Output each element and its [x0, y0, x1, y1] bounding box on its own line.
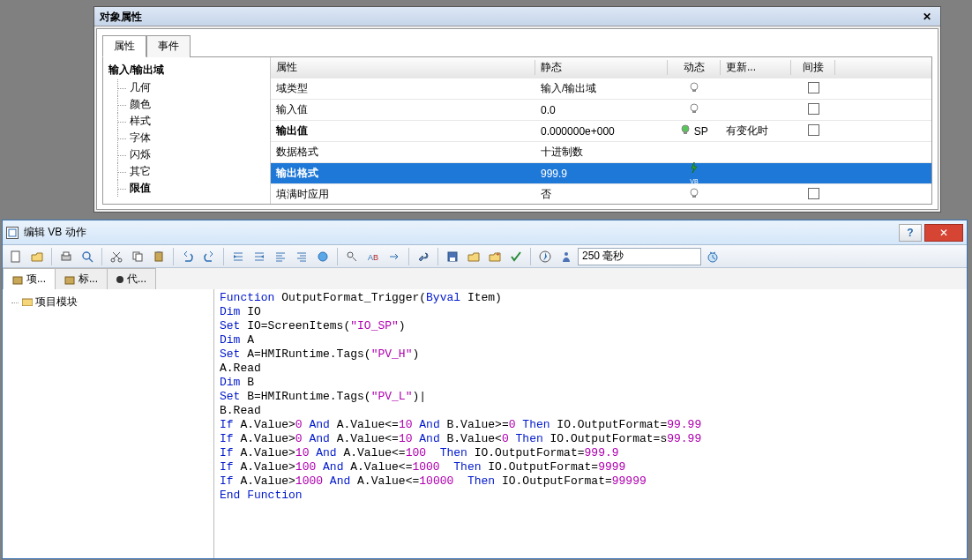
tree-item[interactable]: 其它	[105, 163, 268, 180]
outdent-icon[interactable]	[250, 247, 269, 266]
clock-icon[interactable]	[703, 247, 722, 266]
checkbox[interactable]	[808, 82, 819, 93]
svg-rect-1	[692, 90, 696, 92]
attr-dynamic[interactable]	[668, 188, 721, 201]
attr-name: 填满时应用	[271, 187, 535, 202]
bulb-icon[interactable]	[689, 188, 699, 198]
find-icon[interactable]	[342, 247, 362, 266]
attr-static[interactable]: 0.0	[535, 104, 668, 116]
attr-static[interactable]: 999.9	[535, 168, 668, 180]
copy-icon[interactable]	[128, 247, 147, 266]
preview-icon[interactable]	[78, 247, 97, 266]
compass-icon[interactable]	[535, 247, 555, 266]
attr-indirect[interactable]	[791, 188, 835, 202]
attr-static[interactable]: 否	[535, 187, 668, 202]
align-left-icon[interactable]	[271, 247, 290, 266]
tree-root[interactable]: 输入/输出域	[105, 61, 268, 79]
attr-indirect[interactable]	[791, 124, 835, 138]
close-icon[interactable]: ✕	[919, 7, 935, 26]
code-editor[interactable]: Function OutputFormat_Trigger(Byval Item…	[214, 289, 967, 558]
table-row[interactable]: 输出格式999.9VB	[271, 163, 931, 184]
help-button[interactable]: ?	[899, 224, 922, 242]
attr-static[interactable]: 0.000000e+000	[535, 125, 668, 138]
svg-rect-17	[136, 254, 142, 261]
tree-item[interactable]: 闪烁	[105, 146, 268, 163]
tab-code[interactable]: 代...	[107, 268, 156, 289]
table-row[interactable]: 填满时应用否	[271, 184, 931, 204]
vb-tabs: 项... 标... 代...	[3, 268, 967, 289]
attr-name: 域类型	[271, 81, 535, 96]
tree-project-modules[interactable]: 项目模块	[6, 293, 210, 311]
replace-icon[interactable]: AB	[363, 247, 383, 266]
col-dynamic[interactable]: 动态	[668, 60, 721, 75]
attr-dynamic[interactable]	[668, 82, 721, 95]
vb-editor-window: 编辑 VB 动作 ? ✕ AB +	[2, 220, 968, 559]
attr-name: 数据格式	[271, 145, 535, 160]
attr-dynamic[interactable]: SP	[668, 124, 721, 138]
tree-item[interactable]: 限值	[105, 180, 268, 197]
attr-name: 输出格式	[271, 166, 535, 181]
col-attr[interactable]: 属性	[271, 60, 535, 75]
undo-icon[interactable]	[178, 247, 198, 266]
goto-icon[interactable]	[385, 247, 404, 266]
checkbox[interactable]	[808, 103, 819, 115]
vb-titlebar[interactable]: 编辑 VB 动作 ? ✕	[3, 220, 967, 245]
folder-icon[interactable]	[464, 247, 483, 266]
bulb-icon[interactable]	[680, 124, 691, 135]
tab-bookmarks[interactable]: 标...	[55, 268, 108, 289]
attr-dynamic[interactable]	[668, 103, 721, 116]
tab-attributes[interactable]: 属性	[102, 35, 146, 57]
tree-item[interactable]: 样式	[105, 113, 268, 130]
checkbox[interactable]	[808, 124, 819, 136]
svg-rect-32	[65, 277, 74, 284]
table-row[interactable]: 输出值0.000000e+000 SP有变化时	[271, 121, 931, 142]
svg-point-2	[691, 104, 698, 111]
vb-bolt-icon[interactable]: VB	[689, 162, 699, 173]
close-button[interactable]: ✕	[924, 224, 963, 242]
attr-indirect[interactable]	[791, 103, 835, 117]
checkbox[interactable]	[808, 188, 819, 199]
check-icon[interactable]	[506, 247, 526, 266]
folder-plus-icon[interactable]: +	[485, 247, 505, 266]
svg-rect-3	[692, 111, 696, 113]
print-icon[interactable]	[56, 247, 76, 266]
tab-code-label: 代...	[127, 272, 146, 287]
cut-icon[interactable]	[107, 247, 126, 266]
person-icon[interactable]	[557, 247, 576, 266]
open-icon[interactable]	[27, 247, 47, 266]
indent-icon[interactable]	[228, 247, 248, 266]
save-icon[interactable]	[443, 247, 462, 266]
bulb-icon[interactable]	[689, 82, 699, 93]
attr-name: 输出值	[271, 123, 535, 138]
align-right-icon[interactable]	[292, 247, 311, 266]
col-static[interactable]: 静态	[535, 60, 668, 75]
tree-item[interactable]: 颜色	[105, 96, 268, 113]
col-update[interactable]: 更新...	[721, 60, 791, 75]
tree-project-label: 项目模块	[35, 295, 78, 308]
col-indirect[interactable]: 间接	[791, 60, 835, 75]
table-row[interactable]: 域类型输入/输出域	[271, 78, 931, 100]
attr-static[interactable]: 输入/输出域	[535, 81, 668, 96]
table-row[interactable]: 输入值0.0	[271, 100, 931, 121]
attr-update[interactable]: 有变化时	[721, 123, 791, 138]
tab-events[interactable]: 事件	[146, 35, 191, 57]
tree-item[interactable]: 字体	[105, 130, 268, 146]
new-icon[interactable]	[6, 247, 26, 266]
bulb-icon[interactable]	[689, 103, 699, 114]
redo-icon[interactable]	[199, 247, 219, 266]
svg-point-20	[318, 252, 327, 261]
project-tree: 项目模块	[3, 289, 214, 558]
tree-item[interactable]: 几何	[105, 79, 268, 96]
table-row[interactable]: 数据格式十进制数	[271, 142, 931, 163]
attr-indirect[interactable]	[791, 82, 835, 96]
props-titlebar[interactable]: 对象属性 ✕	[94, 7, 940, 26]
svg-rect-7	[692, 196, 696, 198]
bookmark-icon[interactable]	[313, 247, 333, 266]
attr-static[interactable]: 十进制数	[535, 145, 668, 160]
wrench-icon[interactable]	[414, 247, 433, 266]
paste-icon[interactable]	[149, 247, 168, 266]
category-tree: 输入/输出域 几何颜色样式字体闪烁其它限值	[103, 57, 271, 204]
trigger-interval-input[interactable]	[578, 248, 701, 265]
attr-dynamic[interactable]: VB	[668, 162, 721, 185]
tab-project[interactable]: 项...	[3, 268, 56, 289]
